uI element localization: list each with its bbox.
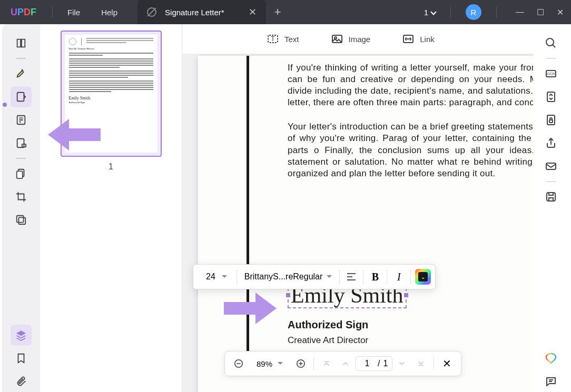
new-tab-button[interactable]: +: [274, 5, 281, 19]
tab-title: Signature Letter*: [165, 8, 224, 17]
svg-rect-10: [17, 216, 24, 223]
font-family-dropdown[interactable]: BrittanyS...reRegular: [238, 272, 339, 282]
divider: [546, 181, 556, 182]
text-color-button[interactable]: ⌄: [415, 269, 431, 285]
zoom-in-button[interactable]: [291, 354, 310, 373]
current-page-input[interactable]: [360, 359, 375, 368]
menu-file[interactable]: File: [67, 8, 80, 17]
email-button[interactable]: [540, 156, 562, 177]
protect-button[interactable]: [540, 109, 562, 130]
svg-rect-5: [17, 139, 24, 148]
app-logo: UPDF: [0, 7, 47, 18]
document-tab[interactable]: Signature Letter* ✕: [137, 0, 266, 24]
chevron-down-icon: [222, 275, 227, 278]
organize-button[interactable]: [11, 109, 32, 130]
page-body-text[interactable]: If you're thinking of writing a letter y…: [288, 62, 533, 192]
divider: [363, 269, 363, 284]
convert-button[interactable]: [540, 86, 562, 107]
divider: [434, 357, 434, 370]
divider: [313, 357, 314, 370]
divider: [52, 6, 53, 18]
first-page-button[interactable]: [317, 354, 336, 373]
crop-button[interactable]: [11, 186, 32, 207]
close-window-button[interactable]: ✕: [557, 7, 564, 17]
minimize-button[interactable]: —: [516, 7, 524, 17]
no-preview-icon: [147, 7, 156, 17]
divider: [16, 158, 26, 159]
layers-button[interactable]: [11, 325, 32, 346]
close-tab-button[interactable]: ✕: [249, 6, 257, 18]
side-indicator-dot: [3, 103, 7, 107]
divider: [237, 269, 237, 284]
document-canvas[interactable]: If you're thinking of writing a letter y…: [182, 54, 533, 392]
svg-text:T: T: [271, 35, 275, 43]
zoom-out-button[interactable]: [229, 354, 248, 373]
total-pages: 1: [383, 359, 388, 368]
main-editor: T Text Image Link If you're thinking of …: [182, 24, 533, 392]
menu-help[interactable]: Help: [101, 8, 117, 17]
share-button[interactable]: [540, 133, 562, 154]
form-button[interactable]: [11, 133, 32, 154]
ocr-button[interactable]: OCR: [540, 63, 562, 84]
next-page-button[interactable]: [392, 354, 411, 373]
italic-button[interactable]: I: [388, 267, 409, 286]
edit-button[interactable]: [11, 86, 32, 107]
ai-button[interactable]: [540, 348, 562, 369]
signature-title[interactable]: Authorized Sign: [288, 319, 407, 331]
page-navigation-bar: 89% / 1 ✕: [224, 351, 461, 376]
divider: [410, 269, 411, 284]
signature-role[interactable]: Creative Art Director: [288, 335, 407, 346]
annotation-arrow-right: [221, 287, 279, 331]
divider: [16, 58, 26, 59]
document-count[interactable]: 1: [424, 8, 436, 17]
reader-mode-button[interactable]: [11, 33, 32, 54]
divider: [496, 6, 497, 18]
divider: [450, 6, 451, 18]
prev-page-button[interactable]: [336, 354, 355, 373]
svg-rect-9: [18, 217, 25, 224]
document-page[interactable]: If you're thinking of writing a letter y…: [198, 56, 533, 392]
right-sidebar: OCR: [533, 24, 569, 392]
svg-line-27: [553, 45, 555, 47]
bold-button[interactable]: B: [365, 267, 386, 286]
text-format-toolbar: 24 BrittanyS...reRegular B I: [193, 264, 436, 289]
align-button[interactable]: [341, 267, 362, 286]
font-size-dropdown[interactable]: 24: [198, 272, 235, 282]
close-navbar-button[interactable]: ✕: [437, 357, 457, 370]
svg-text:OCR: OCR: [547, 72, 555, 76]
svg-rect-8: [17, 171, 23, 178]
search-button[interactable]: [540, 33, 562, 54]
save-button[interactable]: [540, 186, 562, 207]
edit-toolbar: T Text Image Link: [182, 24, 533, 54]
page-separator: /: [378, 359, 380, 368]
comment-button[interactable]: [11, 63, 32, 84]
left-sidebar: [2, 24, 40, 392]
divider: [387, 269, 387, 284]
last-page-button[interactable]: [411, 354, 430, 373]
svg-rect-33: [546, 163, 556, 169]
svg-rect-34: [547, 193, 555, 201]
title-bar: UPDF File Help Signature Letter* ✕ + 1 R…: [0, 0, 571, 24]
divider: [546, 58, 556, 59]
comment-panel-button[interactable]: [540, 371, 562, 392]
resize-handle-left[interactable]: [286, 293, 290, 297]
bookmark-button[interactable]: [11, 348, 32, 369]
resize-handle-right[interactable]: [404, 293, 408, 297]
divider: [339, 269, 340, 284]
add-image-button[interactable]: Image: [331, 33, 371, 45]
chevron-down-icon: [327, 275, 332, 278]
chevron-down-icon: [278, 362, 283, 365]
thumbnail-page-number: 1: [109, 162, 113, 172]
page-number-box: / 1: [355, 356, 392, 371]
svg-point-26: [546, 38, 554, 46]
annotation-arrow-left: [45, 114, 103, 158]
svg-rect-0: [17, 93, 24, 102]
zoom-level-dropdown[interactable]: 89%: [248, 359, 291, 368]
batch-button[interactable]: [11, 209, 32, 230]
attachment-button[interactable]: [11, 371, 32, 392]
maximize-button[interactable]: ☐: [537, 7, 544, 17]
add-link-button[interactable]: Link: [402, 33, 435, 45]
pages-button[interactable]: [11, 163, 32, 184]
add-text-button[interactable]: T Text: [267, 33, 299, 45]
user-avatar[interactable]: R: [466, 4, 481, 20]
